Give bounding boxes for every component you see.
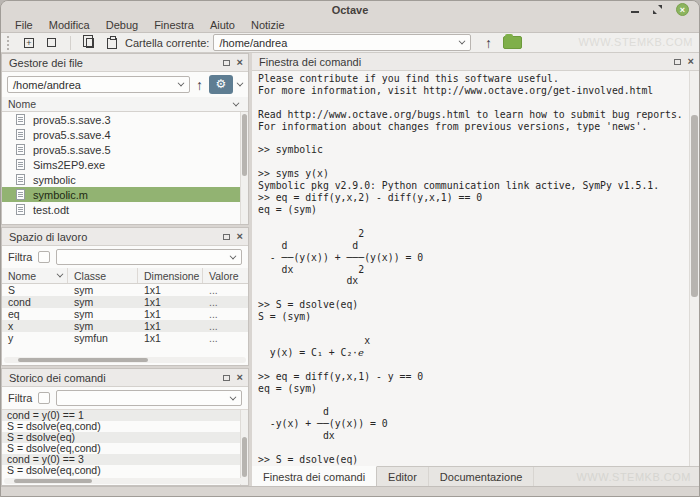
workspace-row[interactable]: Ssym1x1... (2, 284, 248, 296)
workspace-cell: sym (68, 296, 138, 308)
watermark-top: WWW.STEMKB.COM (578, 36, 693, 48)
minimize-icon[interactable] (631, 11, 639, 13)
terminal-output[interactable]: Please contribute if you find this softw… (252, 71, 699, 466)
workspace-hscrollbar[interactable] (4, 357, 246, 363)
close-icon[interactable]: × (676, 3, 689, 16)
copy-icon[interactable] (79, 34, 101, 52)
history-scrollbar[interactable] (240, 410, 248, 485)
scrollbar-thumb[interactable] (242, 114, 247, 176)
current-folder-combobox[interactable]: /home/andrea (213, 34, 471, 51)
workspace-row[interactable]: condsym1x1... (2, 296, 248, 308)
column-header-dimensione[interactable]: Dimensione (138, 268, 203, 283)
file-list-scrollbar[interactable] (240, 112, 248, 224)
name-column-label: Nome (8, 98, 36, 110)
command-window-title-bar: Finestra dei comandi × (252, 53, 699, 71)
menu-bar: FileModificaDebugFinestraAiutoNotizie (1, 18, 699, 33)
stacked-windows-glyph (47, 38, 56, 47)
workspace-cell: y (2, 332, 68, 344)
undock-icon[interactable] (674, 59, 681, 65)
workspace-row[interactable]: ysymfun1x1... (2, 332, 248, 344)
file-browser-title-bar: Gestore dei file × (2, 54, 248, 72)
file-row[interactable]: test.odt (2, 202, 248, 217)
current-folder-label: Cartella corrente: (125, 37, 209, 49)
file-row[interactable]: Sims2EP9.exe (2, 157, 248, 172)
workspace-filter-combobox[interactable] (56, 249, 242, 265)
filter-label: Filtra (8, 251, 32, 263)
chevron-down-icon (233, 99, 240, 106)
new-window-icon[interactable]: + (18, 34, 40, 52)
title-bar[interactable]: Octave × (1, 1, 699, 18)
file-browser-path-value: /home/andrea (13, 79, 81, 91)
history-hscrollbar[interactable] (4, 478, 246, 484)
terminal-scrollbar[interactable] (689, 71, 699, 466)
menu-item-finestra[interactable]: Finestra (146, 19, 202, 31)
panel-title-icons: × (223, 372, 243, 383)
column-header-nome[interactable]: Nome (2, 268, 68, 283)
menu-item-modifica[interactable]: Modifica (41, 19, 98, 31)
scrollbar-thumb[interactable] (18, 358, 148, 362)
gear-icon[interactable]: ⚙ (209, 75, 233, 94)
command-window-panel: Finestra dei comandi × Please contribute… (252, 53, 699, 486)
undock-icon[interactable] (223, 234, 230, 240)
column-header-valore[interactable]: Valore (203, 268, 248, 283)
menu-item-file[interactable]: File (7, 19, 41, 31)
tab-documentazione[interactable]: Documentazione (429, 467, 535, 486)
tab-editor[interactable]: Editor (377, 467, 429, 486)
file-browser-title: Gestore dei file (9, 57, 83, 69)
toolbar-grip[interactable] (7, 36, 10, 50)
panel-title-icons: × (223, 57, 243, 68)
chevron-down-icon (459, 38, 466, 45)
history-filter-row: Filtra (2, 387, 248, 409)
scrollbar-thumb[interactable] (14, 479, 92, 483)
maximize-icon[interactable] (653, 5, 662, 14)
file-row[interactable]: prova5.s.save.4 (2, 127, 248, 142)
workspace-cell: 1x1 (138, 296, 203, 308)
browse-folder-button[interactable] (499, 34, 525, 52)
chevron-down-icon[interactable] (237, 80, 244, 87)
workspace-row[interactable]: xsym1x1... (2, 320, 248, 332)
left-dock-column: Gestore dei file × /home/andrea ↑ ⚙ (1, 53, 249, 486)
file-icon (16, 159, 25, 170)
menu-item-notizie[interactable]: Notizie (243, 19, 293, 31)
file-row[interactable]: prova5.s.save.3 (2, 112, 248, 127)
scrollbar-thumb[interactable] (691, 115, 698, 297)
column-header-classe[interactable]: Classe (68, 268, 138, 283)
file-row[interactable]: symbolic (2, 172, 248, 187)
undock-icon[interactable] (223, 375, 230, 381)
file-icon (16, 174, 25, 185)
directory-up-icon[interactable]: ↑ (196, 78, 203, 92)
copy-glyph (86, 38, 94, 48)
close-panel-icon[interactable]: × (237, 57, 243, 68)
file-name: prova5.s.save.5 (33, 144, 111, 156)
workspace-cell: symfun (68, 332, 138, 344)
file-browser-path-combobox[interactable]: /home/andrea (7, 76, 190, 93)
close-panel-icon[interactable]: × (237, 372, 243, 383)
workspace-table-header[interactable]: Nome Classe Dimensione Valore (2, 268, 248, 284)
tab-finestra-dei-comandi[interactable]: Finestra dei comandi (252, 466, 377, 486)
file-row[interactable]: prova5.s.save.5 (2, 142, 248, 157)
workspace-title-bar: Spazio di lavoro × (2, 228, 248, 246)
show-widgets-icon[interactable] (40, 34, 62, 52)
filter-checkbox[interactable] (38, 251, 50, 263)
workspace-cell: ... (203, 296, 248, 308)
close-panel-icon[interactable]: × (237, 231, 243, 242)
file-row[interactable]: symbolic.m (2, 187, 248, 202)
workspace-cell: ... (203, 284, 248, 296)
terminal-area[interactable]: Please contribute if you find this softw… (252, 71, 699, 466)
history-filter-combobox[interactable] (56, 390, 242, 406)
history-item[interactable]: S = dsolve(eq,cond) (2, 465, 248, 476)
workspace-row[interactable]: eqsym1x1... (2, 308, 248, 320)
close-panel-icon[interactable]: × (688, 56, 694, 67)
toolbar-separator (70, 36, 71, 50)
menu-item-debug[interactable]: Debug (98, 19, 146, 31)
menu-item-aiuto[interactable]: Aiuto (202, 19, 243, 31)
filter-checkbox[interactable] (38, 392, 50, 404)
paste-icon[interactable] (101, 34, 123, 52)
octave-window: Octave × FileModificaDebugFinestraAiutoN… (0, 0, 700, 497)
file-name: symbolic.m (33, 189, 88, 201)
folder-up-button[interactable]: ↑ (477, 34, 499, 52)
file-list-column-header[interactable]: Nome (2, 97, 248, 112)
scrollbar-thumb[interactable] (242, 437, 247, 477)
undock-icon[interactable] (223, 60, 230, 66)
current-folder-value: /home/andrea (219, 37, 287, 49)
